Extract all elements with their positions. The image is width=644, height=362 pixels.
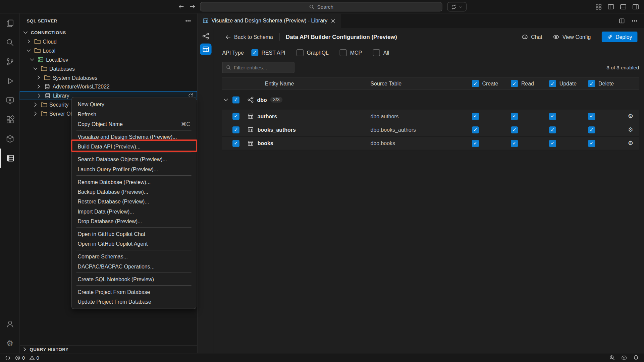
settings-gear-icon[interactable]: ⚙ (0, 334, 20, 353)
notifications-bell-icon[interactable] (633, 355, 639, 361)
source-control-graph-button[interactable] (447, 2, 467, 11)
menu-item-open-copilot-chat[interactable]: Open in GitHub Copilot Chat (72, 229, 196, 239)
remote-explorer-icon[interactable] (0, 91, 20, 110)
editor-more-actions-icon[interactable] (631, 17, 638, 24)
problems-status[interactable]: 0 0 (15, 355, 39, 361)
update-all-checkbox[interactable] (549, 80, 556, 87)
toggle-panel-icon[interactable] (620, 3, 627, 10)
remote-indicator-icon[interactable] (5, 355, 11, 361)
read-all-checkbox[interactable] (511, 80, 518, 87)
graphql-checkbox[interactable] (297, 49, 304, 56)
menu-item-update-project-from-database[interactable]: Update Project From Database (72, 297, 196, 306)
sql-server-view-icon[interactable] (0, 148, 20, 168)
read-checkbox[interactable] (511, 126, 518, 133)
update-checkbox[interactable] (549, 140, 556, 147)
mcp-checkbox[interactable] (340, 49, 347, 56)
chevron-down-icon[interactable] (223, 97, 229, 103)
create-checkbox[interactable] (472, 140, 479, 147)
menu-item-open-copilot-agent[interactable]: Open in GitHub Copilot Agent (72, 239, 196, 249)
toggle-primary-sidebar-icon[interactable] (607, 3, 614, 10)
menu-item-create-project-from-database[interactable]: Create Project From Database (72, 287, 196, 297)
create-checkbox[interactable] (472, 113, 479, 120)
account-icon[interactable] (0, 314, 20, 334)
entity-row-authors[interactable]: authors dbo.authors ⚙ (222, 110, 639, 123)
api-option-rest[interactable]: REST API (251, 49, 285, 56)
filter-entities-input[interactable] (234, 65, 291, 70)
command-center-search[interactable]: Search (200, 2, 442, 11)
tree-item-databases[interactable]: Databases (20, 64, 197, 73)
tree-item-localdev[interactable]: LocalDev (20, 55, 197, 64)
menu-item-new-query[interactable]: New Query (72, 99, 196, 109)
menu-item-visualize-design-schema[interactable]: Visualize and Design Schema (Preview)... (72, 132, 196, 141)
menu-item-dacpac-bacpac[interactable]: DACPAC/BACPAC Operations... (72, 261, 196, 271)
row-enabled-checkbox[interactable] (232, 113, 239, 120)
api-option-all[interactable]: All (373, 49, 389, 56)
tree-item-local[interactable]: Local (20, 46, 197, 55)
entity-row-books-authors[interactable]: books_authors dbo.books_authors ⚙ (222, 123, 639, 136)
delete-checkbox[interactable] (588, 140, 595, 147)
tree-item-cloud[interactable]: Cloud (20, 37, 197, 46)
chevron-right-icon (36, 93, 43, 99)
split-editor-icon[interactable] (619, 17, 625, 24)
delete-checkbox[interactable] (588, 113, 595, 120)
api-option-mcp[interactable]: MCP (340, 49, 362, 56)
entity-row-books[interactable]: books dbo.books ⚙ (222, 137, 639, 150)
chat-button[interactable]: Chat (522, 34, 542, 40)
read-checkbox[interactable] (511, 140, 518, 147)
tab-visualize-design-schema[interactable]: Visualize and Design Schema (Preview) - … (198, 13, 341, 28)
tree-item-adventureworks[interactable]: AdventureWorksLT2022 (20, 82, 197, 91)
update-checkbox[interactable] (549, 113, 556, 120)
search-view-icon[interactable] (0, 33, 20, 52)
menu-item-refresh[interactable]: Refresh (72, 109, 196, 119)
delete-all-checkbox[interactable] (588, 80, 595, 87)
schema-group-row-dbo[interactable]: dbo 3/3 (222, 93, 639, 106)
schema-diagram-view-button[interactable] (200, 31, 211, 42)
api-option-graphql[interactable]: GraphQL (297, 49, 329, 56)
extensions-icon[interactable] (0, 110, 20, 129)
filter-entities-field[interactable] (222, 62, 294, 73)
database-projects-icon[interactable] (0, 129, 20, 149)
source-control-icon[interactable] (0, 52, 20, 72)
menu-item-import-data[interactable]: Import Data (Preview)... (72, 206, 196, 216)
tree-item-system-databases[interactable]: System Databases (20, 73, 197, 82)
create-checkbox[interactable] (472, 126, 479, 133)
row-enabled-checkbox[interactable] (232, 126, 239, 133)
read-checkbox[interactable] (511, 113, 518, 120)
menu-item-build-data-api[interactable]: Build Data API (Preview)... (72, 141, 196, 151)
rest-api-checkbox[interactable] (251, 49, 258, 56)
menu-item-backup-database[interactable]: Backup Database (Preview)... (72, 187, 196, 196)
all-checkbox[interactable] (373, 49, 380, 56)
dbo-group-checkbox[interactable] (232, 96, 239, 103)
create-all-checkbox[interactable] (472, 80, 479, 87)
toggle-secondary-sidebar-icon[interactable] (632, 3, 639, 10)
history-back-icon[interactable] (178, 3, 184, 10)
row-settings-gear-icon[interactable]: ⚙ (628, 140, 633, 146)
menu-item-restore-database[interactable]: Restore Database (Preview)... (72, 197, 196, 206)
history-forward-icon[interactable] (189, 3, 196, 10)
back-to-schema-link[interactable]: Back to Schema (225, 34, 273, 40)
table-designer-view-button[interactable] (200, 44, 211, 55)
menu-item-create-sql-notebook[interactable]: Create SQL Notebook (Preview) (72, 274, 196, 284)
tree-section-connections[interactable]: CONNECTIONS (20, 28, 197, 37)
explorer-icon[interactable] (0, 13, 20, 33)
menu-item-search-database-objects[interactable]: Search Database Objects (Preview)... (72, 154, 196, 164)
run-debug-icon[interactable] (0, 71, 20, 91)
copilot-status-icon[interactable] (621, 355, 627, 361)
menu-item-drop-database[interactable]: Drop Database (Preview)... (72, 216, 196, 226)
menu-item-launch-query-profiler[interactable]: Launch Query Profiler (Preview)... (72, 164, 196, 174)
deploy-button[interactable]: Deploy (601, 32, 637, 42)
delete-checkbox[interactable] (588, 126, 595, 133)
update-checkbox[interactable] (549, 126, 556, 133)
menu-item-copy-object-name[interactable]: Copy Object Name⌘C (72, 119, 196, 129)
row-settings-gear-icon[interactable]: ⚙ (628, 113, 633, 119)
zoom-icon[interactable] (609, 355, 615, 361)
menu-item-compare-schemas[interactable]: Compare Schemas... (72, 252, 196, 261)
close-icon[interactable] (330, 18, 336, 23)
row-enabled-checkbox[interactable] (232, 140, 239, 147)
query-history-section[interactable]: QUERY HISTORY (20, 345, 197, 353)
sidebar-more-actions-icon[interactable] (185, 17, 192, 24)
menu-item-rename-database[interactable]: Rename Database (Preview)... (72, 177, 196, 187)
row-settings-gear-icon[interactable]: ⚙ (628, 127, 633, 133)
view-config-button[interactable]: View Config (553, 34, 591, 40)
customize-layout-icon[interactable] (595, 3, 602, 10)
